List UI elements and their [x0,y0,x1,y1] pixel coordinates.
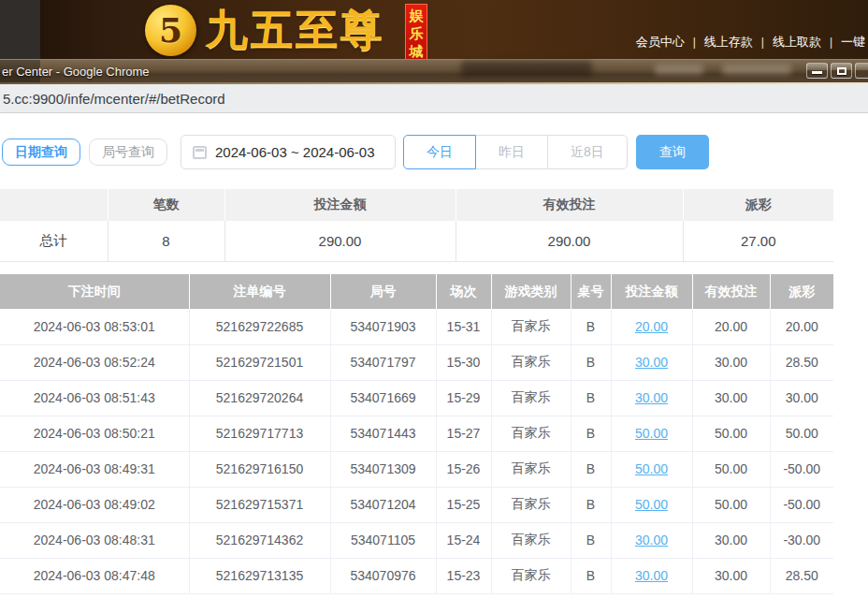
cell-game-type: 百家乐 [491,487,571,522]
search-button[interactable]: 查询 [636,135,709,169]
nav-online-withdraw[interactable]: 线上取款 [773,34,821,51]
cell-session: 15-26 [436,451,491,487]
cell-payout: -50.00 [770,487,833,522]
summary-header-count: 笔数 [108,189,224,221]
header-bet-amount: 投注金额 [611,274,692,309]
cell-bet-time: 2024-06-03 08:52:24 [0,344,189,380]
maximize-button[interactable] [831,63,852,79]
date-range-input[interactable]: 2024-06-03 ~ 2024-06-03 [181,135,396,169]
summary-total-row: 总计 8 290.00 290.00 27.00 [0,221,833,261]
cell-valid-bet: 50.00 [692,487,770,522]
nav-member-center[interactable]: 会员中心 [636,34,685,51]
cell-payout: -30.00 [770,522,833,558]
summary-header-payout: 派彩 [683,189,833,221]
bet-amount-link[interactable]: 20.00 [635,319,668,334]
cell-session: 15-24 [436,522,491,558]
cell-payout: 20.00 [770,309,833,344]
cell-session: 15-30 [436,344,491,380]
bet-amount-link[interactable]: 50.00 [635,426,668,441]
filter-row: 日期查询 局号查询 2024-06-03 ~ 2024-06-03 今日 昨日 … [0,134,868,168]
bet-amount-link[interactable]: 30.00 [635,533,668,547]
page-content: 日期查询 局号查询 2024-06-03 ~ 2024-06-03 今日 昨日 … [0,114,868,613]
cell-table-no: B [571,558,611,593]
cell-table-no: B [571,309,611,344]
site-title: 九五至尊 [206,2,385,58]
summary-header-bet-amount: 投注金额 [224,189,456,221]
yesterday-button[interactable]: 昨日 [475,135,548,169]
round-query-tab[interactable]: 局号查询 [89,139,167,166]
cell-payout: 30.00 [770,380,833,416]
site-banner: 5 九五至尊 娱 乐 城 会员中心 | 线上存款 | 线上取款 | 一键 [0,0,868,59]
bet-amount-link[interactable]: 30.00 [635,568,668,583]
close-button[interactable] [855,63,868,79]
summary-table: 笔数 投注金额 有效投注 派彩 总计 8 290.00 290.00 27.00 [0,189,833,262]
table-row: 2024-06-03 08:47:48 521629713135 5340709… [0,558,833,593]
logo-monogram: 5 [159,10,182,50]
cell-round-no: 534071797 [330,344,436,380]
cell-bet-time: 2024-06-03 08:50:21 [0,416,189,451]
cell-bet-time: 2024-06-03 08:48:31 [0,522,189,558]
header-round-no: 局号 [330,274,436,309]
cell-payout: 50.00 [770,416,833,451]
cell-payout: 28.50 [770,558,833,593]
cell-valid-bet: 50.00 [692,451,770,487]
url-text[interactable]: 5.cc:9900/infe/mcenter/#/betRecord [3,91,225,107]
date-range-value: 2024-06-03 ~ 2024-06-03 [215,144,375,160]
cell-round-no: 534071443 [330,416,436,451]
address-bar[interactable]: 5.cc:9900/infe/mcenter/#/betRecord [0,84,868,113]
bet-table-header-row: 下注时间 注单编号 局号 场次 游戏类别 桌号 投注金额 有效投注 派彩 [0,274,833,309]
bet-amount-link[interactable]: 50.00 [635,497,668,512]
nav-one-key[interactable]: 一键 [841,34,865,51]
window-controls [806,63,868,79]
cell-bet-time: 2024-06-03 08:49:02 [0,487,189,522]
window-titlebar: er Center - Google Chrome [0,59,868,84]
cell-round-no: 534071204 [330,487,436,522]
nav-separator: | [830,36,832,49]
cell-bet-id: 521629720264 [189,380,330,416]
cell-bet-time: 2024-06-03 08:49:31 [0,451,189,487]
bet-amount-link[interactable]: 30.00 [635,390,668,405]
summary-header-valid-bet: 有效投注 [456,189,683,221]
summary-bet-amount: 290.00 [224,221,456,261]
last-8-days-button[interactable]: 近8日 [547,135,628,169]
cell-session: 15-27 [436,416,491,451]
bet-amount-link[interactable]: 50.00 [635,461,668,476]
background-window-edge [0,0,40,59]
cell-game-type: 百家乐 [491,451,571,487]
site-logo: 5 九五至尊 [145,2,385,58]
redacted-blur [722,65,791,75]
table-row: 2024-06-03 08:48:31 521629714362 5340711… [0,522,833,558]
summary-header-row: 笔数 投注金额 有效投注 派彩 [0,189,833,221]
cell-game-type: 百家乐 [491,558,571,593]
logo-coin-icon: 5 [145,5,196,56]
table-row: 2024-06-03 08:49:02 521629715371 5340712… [0,487,833,522]
header-valid-bet: 有效投注 [692,274,770,309]
cell-valid-bet: 30.00 [692,380,770,416]
cell-valid-bet: 30.00 [692,558,770,593]
summary-valid-bet: 290.00 [456,221,683,261]
cell-session: 15-31 [436,309,491,344]
cell-bet-time: 2024-06-03 08:53:01 [0,309,189,344]
bet-records-table: 下注时间 注单编号 局号 场次 游戏类别 桌号 投注金额 有效投注 派彩 202… [0,274,833,594]
cell-payout: -50.00 [770,451,833,487]
cell-round-no: 534071309 [330,451,436,487]
cell-session: 15-29 [436,380,491,416]
cell-table-no: B [571,522,611,558]
today-button[interactable]: 今日 [403,135,476,169]
nav-separator: | [693,36,696,49]
cell-session: 15-23 [436,558,491,593]
nav-online-deposit[interactable]: 线上存款 [704,34,753,51]
cell-bet-id: 521629715371 [189,487,330,522]
window-title: er Center - Google Chrome [2,65,150,79]
badge-char: 城 [406,42,427,59]
cell-round-no: 534071669 [330,380,436,416]
date-query-tab[interactable]: 日期查询 [2,139,80,166]
screen: 5 九五至尊 娱 乐 城 会员中心 | 线上存款 | 线上取款 | 一键 er … [0,0,868,613]
minimize-button[interactable] [806,63,828,79]
cell-round-no: 534070976 [330,558,436,593]
redacted-blur [461,61,592,77]
calendar-icon [193,146,207,159]
cell-bet-id: 521629714362 [189,522,330,558]
bet-amount-link[interactable]: 30.00 [635,355,668,370]
badge-char: 娱 [406,7,427,24]
